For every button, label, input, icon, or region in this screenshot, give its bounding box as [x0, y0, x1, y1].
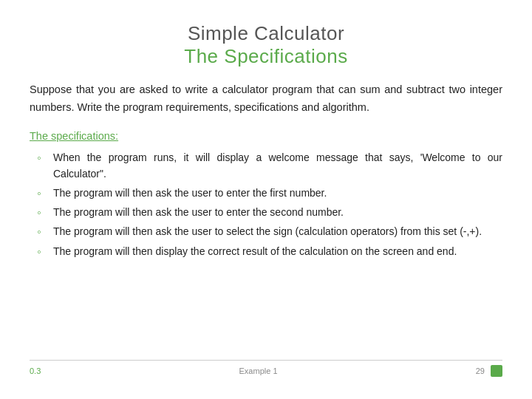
bullet-dot-icon: ◦ [37, 224, 49, 240]
list-item: ◦The program will then ask the user to s… [37, 224, 502, 240]
slide-container: Simple Calculator The Specifications Sup… [0, 0, 532, 399]
footer-right: 29 [476, 365, 502, 377]
title-line1: Simple Calculator [30, 22, 502, 45]
bullet-dot-icon: ◦ [37, 185, 49, 202]
bullet-text: The program will then display the correc… [53, 244, 502, 260]
footer-center: Example 1 [239, 366, 278, 375]
footer-left: 0.3 [30, 366, 41, 375]
list-item: ◦The program will then ask the user to e… [37, 205, 502, 221]
intro-paragraph: Suppose that you are asked to write a ca… [30, 81, 502, 115]
title-line2: The Specifications [30, 45, 502, 68]
bullet-text: The program will then ask the user to en… [53, 185, 502, 202]
slide-footer: 0.3 Example 1 29 [30, 360, 502, 377]
footer-page-number: 29 [476, 366, 485, 375]
list-item: ◦The program will then ask the user to e… [37, 185, 502, 202]
specs-heading: The specifications: [30, 128, 502, 144]
bullet-list: ◦When the program runs, it will display … [30, 150, 502, 260]
main-content: Suppose that you are asked to write a ca… [30, 81, 502, 360]
bullet-dot-icon: ◦ [37, 244, 49, 260]
slide-header: Simple Calculator The Specifications [30, 22, 502, 68]
list-item: ◦The program will then display the corre… [37, 244, 502, 260]
bullet-text: When the program runs, it will display a… [53, 150, 502, 182]
bullet-dot-icon: ◦ [37, 150, 49, 166]
bullet-text: The program will then ask the user to se… [53, 224, 502, 240]
footer-icon [491, 365, 502, 377]
bullet-dot-icon: ◦ [37, 205, 49, 221]
bullet-text: The program will then ask the user to en… [53, 205, 502, 221]
list-item: ◦When the program runs, it will display … [37, 150, 502, 182]
